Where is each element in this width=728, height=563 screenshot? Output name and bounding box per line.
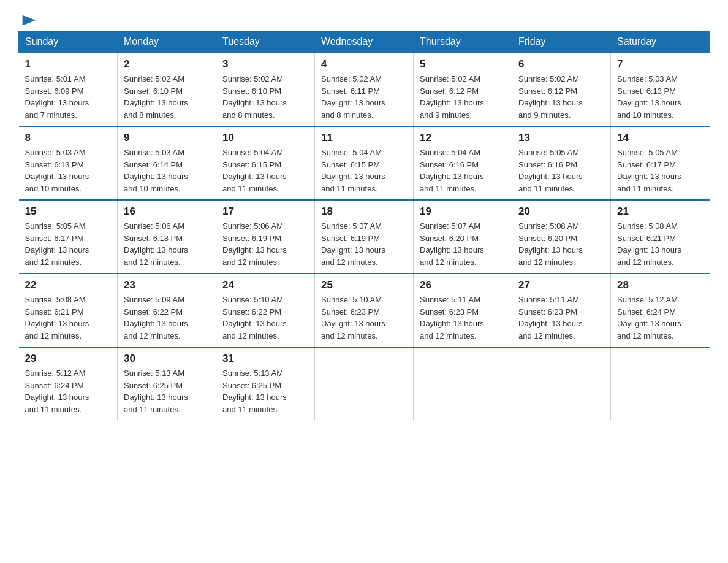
day-number: 28 xyxy=(617,279,703,291)
calendar-header-monday: Monday xyxy=(118,31,216,53)
day-info: Sunrise: 5:04 AMSunset: 6:15 PMDaylight:… xyxy=(321,148,385,193)
day-info: Sunrise: 5:04 AMSunset: 6:16 PMDaylight:… xyxy=(420,148,484,193)
calendar-cell: 29 Sunrise: 5:12 AMSunset: 6:24 PMDaylig… xyxy=(19,347,118,420)
calendar-header-tuesday: Tuesday xyxy=(216,31,315,53)
day-number: 6 xyxy=(518,58,604,71)
day-number: 29 xyxy=(25,353,112,365)
day-number: 31 xyxy=(222,353,308,365)
calendar-table: SundayMondayTuesdayWednesdayThursdayFrid… xyxy=(18,31,710,420)
day-info: Sunrise: 5:05 AMSunset: 6:17 PMDaylight:… xyxy=(25,221,89,267)
day-info: Sunrise: 5:13 AMSunset: 6:25 PMDaylight:… xyxy=(222,369,287,414)
day-number: 8 xyxy=(25,132,112,144)
calendar-cell: 28 Sunrise: 5:12 AMSunset: 6:24 PMDaylig… xyxy=(611,274,710,347)
calendar-week-row: 15 Sunrise: 5:05 AMSunset: 6:17 PMDaylig… xyxy=(19,200,710,274)
calendar-cell: 31 Sunrise: 5:13 AMSunset: 6:25 PMDaylig… xyxy=(216,347,315,420)
day-number: 16 xyxy=(124,205,210,218)
calendar-cell xyxy=(315,347,414,420)
calendar-cell: 30 Sunrise: 5:13 AMSunset: 6:25 PMDaylig… xyxy=(118,347,216,420)
calendar-cell: 27 Sunrise: 5:11 AMSunset: 6:23 PMDaylig… xyxy=(512,274,611,347)
calendar-cell: 5 Sunrise: 5:02 AMSunset: 6:12 PMDayligh… xyxy=(414,53,512,126)
day-number: 22 xyxy=(25,279,112,291)
day-info: Sunrise: 5:12 AMSunset: 6:24 PMDaylight:… xyxy=(617,295,681,340)
day-number: 9 xyxy=(124,132,210,144)
day-number: 11 xyxy=(321,132,407,144)
day-info: Sunrise: 5:12 AMSunset: 6:24 PMDaylight:… xyxy=(25,369,89,414)
calendar-cell: 20 Sunrise: 5:08 AMSunset: 6:20 PMDaylig… xyxy=(512,200,611,274)
calendar-cell: 3 Sunrise: 5:02 AMSunset: 6:10 PMDayligh… xyxy=(216,53,315,126)
logo xyxy=(18,12,37,25)
day-info: Sunrise: 5:06 AMSunset: 6:19 PMDaylight:… xyxy=(222,221,287,267)
calendar-header-thursday: Thursday xyxy=(414,31,512,53)
day-info: Sunrise: 5:01 AMSunset: 6:09 PMDaylight:… xyxy=(25,74,89,120)
day-number: 25 xyxy=(321,279,407,291)
day-info: Sunrise: 5:08 AMSunset: 6:21 PMDaylight:… xyxy=(25,295,89,340)
calendar-header-friday: Friday xyxy=(512,31,611,53)
calendar-cell: 25 Sunrise: 5:10 AMSunset: 6:23 PMDaylig… xyxy=(315,274,414,347)
day-number: 17 xyxy=(222,205,308,218)
day-info: Sunrise: 5:08 AMSunset: 6:21 PMDaylight:… xyxy=(617,221,681,267)
calendar-header-sunday: Sunday xyxy=(19,31,118,53)
calendar-header-wednesday: Wednesday xyxy=(315,31,414,53)
day-info: Sunrise: 5:03 AMSunset: 6:14 PMDaylight:… xyxy=(124,148,188,193)
calendar-cell xyxy=(414,347,512,420)
calendar-cell: 22 Sunrise: 5:08 AMSunset: 6:21 PMDaylig… xyxy=(19,274,118,347)
day-info: Sunrise: 5:03 AMSunset: 6:13 PMDaylight:… xyxy=(25,148,89,193)
day-info: Sunrise: 5:02 AMSunset: 6:12 PMDaylight:… xyxy=(420,74,484,120)
logo-flag-icon xyxy=(20,12,37,29)
day-info: Sunrise: 5:11 AMSunset: 6:23 PMDaylight:… xyxy=(518,295,583,340)
calendar-cell: 23 Sunrise: 5:09 AMSunset: 6:22 PMDaylig… xyxy=(118,274,216,347)
day-number: 4 xyxy=(321,58,407,71)
day-info: Sunrise: 5:03 AMSunset: 6:13 PMDaylight:… xyxy=(617,74,681,120)
calendar-cell: 21 Sunrise: 5:08 AMSunset: 6:21 PMDaylig… xyxy=(611,200,710,274)
day-info: Sunrise: 5:08 AMSunset: 6:20 PMDaylight:… xyxy=(518,221,583,267)
day-number: 19 xyxy=(420,205,506,218)
calendar-header-saturday: Saturday xyxy=(611,31,710,53)
calendar-cell: 13 Sunrise: 5:05 AMSunset: 6:16 PMDaylig… xyxy=(512,126,611,200)
day-info: Sunrise: 5:05 AMSunset: 6:16 PMDaylight:… xyxy=(518,148,583,193)
day-number: 18 xyxy=(321,205,407,218)
svg-marker-0 xyxy=(23,15,36,26)
calendar-week-row: 29 Sunrise: 5:12 AMSunset: 6:24 PMDaylig… xyxy=(19,347,710,420)
day-number: 20 xyxy=(518,205,604,218)
day-info: Sunrise: 5:05 AMSunset: 6:17 PMDaylight:… xyxy=(617,148,681,193)
calendar-cell: 6 Sunrise: 5:02 AMSunset: 6:12 PMDayligh… xyxy=(512,53,611,126)
day-number: 3 xyxy=(222,58,308,71)
day-info: Sunrise: 5:04 AMSunset: 6:15 PMDaylight:… xyxy=(222,148,287,193)
calendar-week-row: 1 Sunrise: 5:01 AMSunset: 6:09 PMDayligh… xyxy=(19,53,710,126)
day-number: 21 xyxy=(617,205,703,218)
day-info: Sunrise: 5:06 AMSunset: 6:18 PMDaylight:… xyxy=(124,221,188,267)
calendar-week-row: 8 Sunrise: 5:03 AMSunset: 6:13 PMDayligh… xyxy=(19,126,710,200)
calendar-cell xyxy=(611,347,710,420)
day-number: 7 xyxy=(617,58,703,71)
day-number: 15 xyxy=(25,205,112,218)
day-info: Sunrise: 5:02 AMSunset: 6:10 PMDaylight:… xyxy=(124,74,188,120)
day-info: Sunrise: 5:09 AMSunset: 6:22 PMDaylight:… xyxy=(124,295,188,340)
calendar-cell: 11 Sunrise: 5:04 AMSunset: 6:15 PMDaylig… xyxy=(315,126,414,200)
calendar-week-row: 22 Sunrise: 5:08 AMSunset: 6:21 PMDaylig… xyxy=(19,274,710,347)
day-number: 12 xyxy=(420,132,506,144)
day-info: Sunrise: 5:02 AMSunset: 6:10 PMDaylight:… xyxy=(222,74,287,120)
day-info: Sunrise: 5:02 AMSunset: 6:12 PMDaylight:… xyxy=(518,74,583,120)
calendar-cell: 24 Sunrise: 5:10 AMSunset: 6:22 PMDaylig… xyxy=(216,274,315,347)
calendar-cell: 7 Sunrise: 5:03 AMSunset: 6:13 PMDayligh… xyxy=(611,53,710,126)
calendar-cell: 2 Sunrise: 5:02 AMSunset: 6:10 PMDayligh… xyxy=(118,53,216,126)
day-number: 10 xyxy=(222,132,308,144)
day-number: 27 xyxy=(518,279,604,291)
calendar-cell: 19 Sunrise: 5:07 AMSunset: 6:20 PMDaylig… xyxy=(414,200,512,274)
calendar-cell xyxy=(512,347,611,420)
calendar-cell: 12 Sunrise: 5:04 AMSunset: 6:16 PMDaylig… xyxy=(414,126,512,200)
calendar-cell: 16 Sunrise: 5:06 AMSunset: 6:18 PMDaylig… xyxy=(118,200,216,274)
calendar-cell: 26 Sunrise: 5:11 AMSunset: 6:23 PMDaylig… xyxy=(414,274,512,347)
day-info: Sunrise: 5:02 AMSunset: 6:11 PMDaylight:… xyxy=(321,74,385,120)
day-info: Sunrise: 5:11 AMSunset: 6:23 PMDaylight:… xyxy=(420,295,484,340)
calendar-header-row: SundayMondayTuesdayWednesdayThursdayFrid… xyxy=(19,31,710,53)
day-info: Sunrise: 5:10 AMSunset: 6:23 PMDaylight:… xyxy=(321,295,385,340)
day-number: 5 xyxy=(420,58,506,71)
calendar-cell: 9 Sunrise: 5:03 AMSunset: 6:14 PMDayligh… xyxy=(118,126,216,200)
calendar-cell: 4 Sunrise: 5:02 AMSunset: 6:11 PMDayligh… xyxy=(315,53,414,126)
day-number: 30 xyxy=(124,353,210,365)
calendar-cell: 15 Sunrise: 5:05 AMSunset: 6:17 PMDaylig… xyxy=(19,200,118,274)
day-info: Sunrise: 5:10 AMSunset: 6:22 PMDaylight:… xyxy=(222,295,287,340)
day-info: Sunrise: 5:07 AMSunset: 6:19 PMDaylight:… xyxy=(321,221,385,267)
day-number: 1 xyxy=(25,58,112,71)
